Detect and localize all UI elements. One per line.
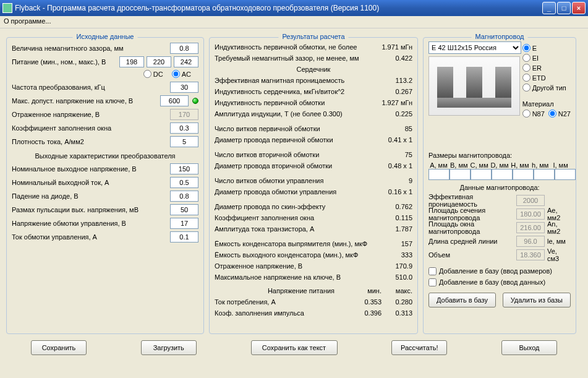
res-n2-value: 75 — [375, 151, 412, 158]
iaux-input[interactable] — [170, 231, 198, 243]
load-button[interactable]: Загрузить — [141, 340, 197, 355]
j-label: Плотность тока, А/мм2 — [12, 138, 170, 145]
ae-input — [516, 208, 545, 220]
vout-input[interactable] — [170, 163, 198, 174]
exit-button[interactable]: Выход — [501, 340, 557, 355]
dim-h1-input[interactable] — [513, 169, 534, 180]
res-d1-value: 0.41 x 1 — [375, 136, 412, 144]
titlebar: Flyback - Программа расчета дроссель-тра… — [0, 0, 588, 16]
material-n87[interactable]: N87 — [522, 110, 545, 118]
kfill-input[interactable] — [170, 122, 198, 134]
res-mueff-label: Эффективная магнитная проницаемость — [215, 77, 375, 84]
res-duty-max: 0.313 — [381, 309, 412, 317]
res-d1-label: Диаметр провода первичной обмотки — [215, 136, 375, 144]
vdiode-label: Падение на диоде, В — [12, 192, 170, 200]
res-vdsmax-label: Максимальное напряжение на ключе, В — [215, 273, 375, 281]
add-dims-checkbox[interactable] — [428, 267, 437, 275]
coretype-ei[interactable]: EI — [522, 54, 571, 62]
ve-label: Объем — [428, 251, 516, 259]
res-crect-label: Ёмкость конденсатора выпрямителя (мин.),… — [215, 240, 375, 247]
dim-d-input[interactable] — [492, 169, 513, 180]
delete-from-db-button[interactable]: Удалить из базы — [503, 293, 571, 307]
dim-a-input[interactable] — [428, 169, 450, 180]
res-vor-label: Отраженное напряжение, В — [215, 262, 375, 270]
perm-label: Эффективная проницаемость — [428, 193, 516, 208]
an-unit: An, мм2 — [545, 220, 571, 235]
supply-nom-input[interactable] — [147, 56, 171, 67]
save-button[interactable]: Сохранить — [31, 340, 87, 355]
iout-input[interactable] — [170, 177, 198, 188]
material-n27[interactable]: N27 — [548, 110, 571, 118]
res-ipk-value: 1.787 — [375, 225, 412, 233]
core-data-label: Данные магнитопровода: — [428, 184, 571, 191]
res-naux-value: 9 — [375, 177, 412, 184]
menubar: О программе... — [0, 16, 588, 28]
dim-i-input[interactable] — [555, 169, 576, 180]
res-vor-value: 170.9 — [375, 262, 412, 270]
res-dskin-label: Диаметр провода по скин-эффекту — [215, 203, 375, 210]
add-dims-label: Добавление в базу (ввод размеров) — [439, 267, 552, 275]
freq-label: Частота преобразования, кГц — [12, 84, 170, 91]
res-al-value: 0.267 — [375, 88, 412, 95]
vds-input[interactable] — [160, 95, 189, 106]
res-gap-req-label: Требуемый немагнитный зазор, не менее, м… — [215, 54, 375, 62]
core-image — [428, 56, 520, 116]
res-daux-label: Диаметр провода обмотки управления — [215, 188, 375, 195]
app-icon — [2, 3, 12, 13]
res-d2-value: 0.48 x 1 — [375, 162, 412, 170]
le-input — [516, 236, 545, 247]
input-data-legend: Исходные данные — [73, 33, 138, 40]
an-label: Площадь окна магнитопровода — [428, 220, 516, 235]
ripple-label: Размах пульсации вых. напряжения, мВ — [12, 206, 170, 213]
coretype-e[interactable]: E — [522, 44, 571, 52]
res-iin-min: 0.353 — [351, 298, 381, 306]
dims-header: A, мм B, мм C, мм D, мм H, мм h, мм I, м… — [428, 161, 571, 169]
vds-ok-led — [192, 98, 198, 104]
coretype-other[interactable]: Другой тип — [522, 84, 571, 92]
ac-radio[interactable]: AC — [172, 70, 191, 78]
window-title: Flyback - Программа расчета дроссель-тра… — [15, 4, 542, 12]
res-lprim-label: Индуктивность первичной обмотки — [215, 99, 375, 106]
vout-label: Номинальное выходное напряжение, В — [12, 165, 170, 173]
coretype-er[interactable]: ER — [522, 64, 571, 72]
coretype-etd[interactable]: ETD — [522, 74, 571, 82]
res-lprim-max-value: 1.971 мГн — [375, 43, 412, 51]
add-data-checkbox[interactable] — [428, 278, 437, 286]
res-kfill-label: Коэффициент заполнения окна — [215, 214, 375, 221]
vaux-input[interactable] — [170, 218, 198, 229]
vor-input — [170, 109, 198, 120]
col-min-header: мин. — [351, 287, 381, 294]
ripple-input[interactable] — [170, 204, 198, 215]
ae-unit: Ae, мм2 — [545, 207, 571, 221]
calculate-button[interactable]: Рассчитать! — [391, 340, 447, 355]
res-crect-value: 157 — [375, 240, 412, 247]
save-as-text-button[interactable]: Сохранить как текст — [251, 340, 338, 355]
ve-input — [516, 249, 545, 260]
freq-input[interactable] — [170, 82, 198, 93]
menu-about[interactable]: О программе... — [4, 17, 51, 25]
res-mueff-value: 113.2 — [375, 77, 412, 84]
results-legend: Результаты расчета — [278, 33, 348, 40]
core-legend: Магнитопровод — [472, 33, 528, 40]
res-duty-min: 0.396 — [351, 309, 381, 317]
supply-max-input[interactable] — [174, 56, 198, 67]
dim-b-input[interactable] — [450, 169, 471, 180]
material-label: Материал — [522, 100, 571, 108]
core-select[interactable]: E 42 Ш12x15 Россия — [428, 41, 521, 54]
add-to-db-button[interactable]: Добавить в базу — [428, 293, 496, 307]
gap-input[interactable] — [170, 43, 198, 54]
maximize-button[interactable]: □ — [557, 2, 571, 14]
dim-h2-input[interactable] — [534, 169, 555, 180]
minimize-button[interactable]: _ — [542, 2, 556, 14]
res-vdsmax-value: 510.0 — [375, 273, 412, 281]
add-data-label: Добавление в базу (ввод данных) — [439, 278, 545, 286]
close-button[interactable]: × — [572, 2, 586, 14]
j-input[interactable] — [170, 136, 198, 147]
supply-min-input[interactable] — [119, 56, 144, 67]
vdiode-input[interactable] — [170, 191, 198, 202]
dc-radio[interactable]: DC — [143, 70, 163, 78]
res-lprim-value: 1.927 мГн — [375, 99, 412, 106]
supply-label: Питание (мин., ном., макс.), В — [12, 58, 119, 66]
input-data-group: Исходные данные Величина немагнитного за… — [6, 37, 204, 334]
dim-c-input[interactable] — [471, 169, 492, 180]
